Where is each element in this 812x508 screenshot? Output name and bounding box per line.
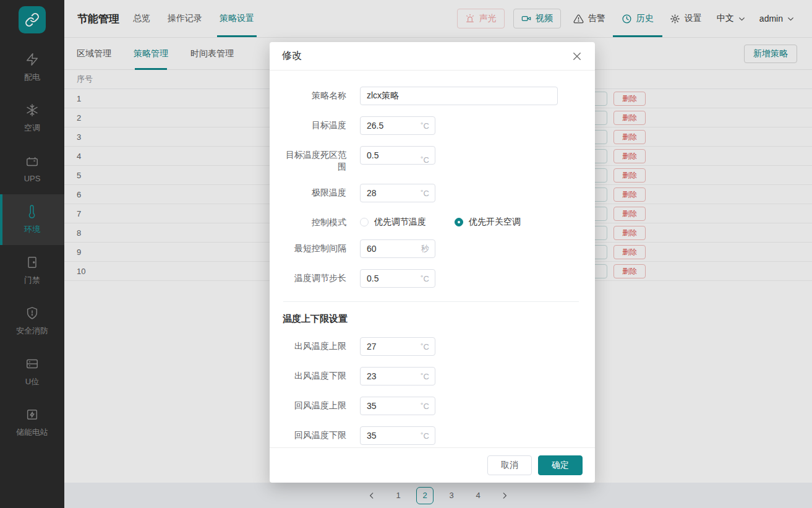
radio-icon [455, 218, 463, 226]
field-label: 出风温度下限 [282, 367, 360, 385]
close-icon[interactable] [571, 51, 583, 62]
confirm-button[interactable]: 确定 [538, 455, 583, 475]
field-label: 目标温度 [282, 116, 360, 135]
edit-strategy-modal: 修改 策略名称 目标温度 ˚C 目标温度死区范围 ˚C 极限温度 [270, 42, 595, 483]
field-label: 最短控制间隔 [282, 239, 360, 258]
modal-body: 策略名称 目标温度 ˚C 目标温度死区范围 ˚C 极限温度 ˚C [270, 71, 595, 447]
section-title: 温度上下限设置 [283, 313, 580, 325]
modal-title: 修改 [282, 50, 302, 62]
unit-label: ˚C [421, 121, 429, 131]
radio-icon [360, 218, 369, 226]
field-label: 回风温度上限 [282, 397, 360, 415]
field-label: 极限温度 [282, 184, 360, 202]
unit-label: 秒 [421, 243, 429, 254]
cancel-button[interactable]: 取消 [487, 455, 532, 475]
unit-label: ˚C [421, 155, 429, 164]
unit-label: ˚C [421, 431, 429, 441]
strategy-name-input[interactable] [360, 87, 558, 105]
radio-adjust-temperature[interactable]: 优先调节温度 [360, 217, 426, 228]
field-label: 目标温度死区范围 [282, 146, 360, 173]
modal-footer: 取消 确定 [270, 447, 595, 483]
unit-label: ˚C [421, 402, 429, 411]
radio-switch-ac[interactable]: 优先开关空调 [455, 217, 521, 228]
modal-header: 修改 [270, 42, 595, 71]
control-mode-radio-group: 优先调节温度 优先开关空调 [360, 213, 521, 228]
field-label: 控制模式 [282, 213, 360, 228]
unit-label: ˚C [421, 274, 429, 283]
field-label: 温度调节步长 [282, 269, 360, 288]
field-label: 策略名称 [282, 87, 360, 105]
divider [283, 301, 579, 302]
unit-label: ˚C [421, 189, 429, 198]
field-label: 回风温度下限 [282, 426, 360, 445]
field-label: 出风温度上限 [282, 337, 360, 356]
unit-label: ˚C [421, 342, 429, 351]
unit-label: ˚C [421, 372, 429, 381]
